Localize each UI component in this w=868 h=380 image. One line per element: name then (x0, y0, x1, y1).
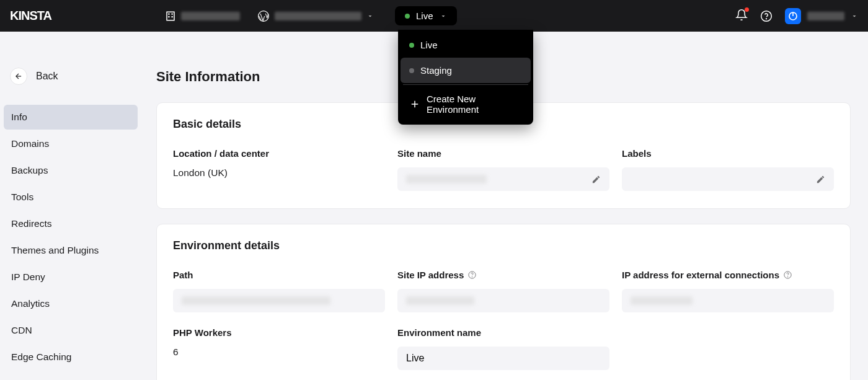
environment-selector[interactable]: Live (395, 6, 457, 25)
path-field: Path (173, 270, 385, 312)
arrow-left-icon (14, 72, 23, 81)
external-ip-value[interactable] (622, 289, 834, 312)
redacted-value (406, 175, 487, 183)
labels-field: Labels (622, 148, 834, 191)
status-dot-icon (405, 14, 410, 19)
redacted-value (631, 296, 693, 305)
external-ip-field: IP address for external connections (622, 270, 834, 312)
back-button[interactable] (10, 68, 27, 85)
company-switcher[interactable] (160, 8, 245, 24)
environment-name-value[interactable]: Live (397, 347, 609, 370)
redacted-value (182, 296, 330, 305)
card-title: Environment details (173, 239, 834, 252)
header: KINSTA Live Live Staging (0, 0, 868, 32)
sidebar-item-analytics[interactable]: Analytics (4, 291, 138, 316)
svg-point-15 (472, 276, 472, 277)
sidebar-item-label: Tools (11, 192, 33, 202)
sidebar-item-label: Themes and Plugins (11, 245, 99, 255)
back-label: Back (36, 71, 58, 82)
svg-point-17 (787, 276, 788, 277)
sidebar-item-tools[interactable]: Tools (4, 185, 138, 210)
sidebar-item-themes-plugins[interactable]: Themes and Plugins (4, 238, 138, 263)
sidebar-item-redirects[interactable]: Redirects (4, 211, 138, 236)
env-dropdown-create-label: Create New Environment (427, 94, 522, 115)
notification-dot (745, 7, 749, 12)
svg-point-10 (766, 18, 767, 19)
pencil-icon (591, 175, 601, 184)
avatar (785, 8, 801, 24)
svg-rect-4 (168, 16, 169, 17)
help-button[interactable] (760, 10, 773, 22)
chevron-down-icon (440, 12, 447, 20)
site-name-input[interactable] (397, 167, 609, 191)
logo: KINSTA (10, 9, 72, 23)
chevron-down-icon (366, 12, 374, 20)
field-label: Environment name (397, 327, 609, 338)
field-label: Site name (397, 148, 609, 159)
svg-rect-1 (167, 12, 174, 20)
location-field: Location / data center London (UK) (173, 148, 385, 191)
php-workers-value: 6 (173, 347, 385, 358)
help-icon[interactable] (783, 270, 792, 280)
svg-rect-2 (168, 13, 169, 14)
site-name-field: Site name (397, 148, 609, 191)
user-menu[interactable] (785, 8, 858, 24)
redacted-value (406, 296, 474, 305)
sidebar-item-label: Analytics (11, 298, 50, 309)
environment-label: Live (416, 11, 433, 21)
notifications-button[interactable] (735, 9, 748, 24)
sidebar: Back Info Domains Backups Tools Redirect… (0, 32, 141, 380)
sidebar-item-info[interactable]: Info (4, 105, 138, 130)
env-dropdown-item-label: Staging (420, 65, 452, 76)
environment-name-field: Environment name Live (397, 327, 609, 370)
site-ip-value[interactable] (397, 289, 609, 312)
chevron-down-icon (851, 12, 858, 20)
field-label: Location / data center (173, 148, 385, 159)
php-workers-field: PHP Workers 6 (173, 327, 385, 370)
sidebar-item-edge-caching[interactable]: Edge Caching (4, 345, 138, 369)
sidebar-item-cdn[interactable]: CDN (4, 318, 138, 343)
field-label: PHP Workers (173, 327, 385, 338)
help-icon[interactable] (467, 270, 477, 280)
plus-icon (409, 99, 420, 110)
path-value[interactable] (173, 289, 385, 312)
sidebar-item-label: IP Deny (11, 272, 45, 282)
svg-rect-3 (172, 13, 173, 14)
sidebar-item-ip-deny[interactable]: IP Deny (4, 265, 138, 289)
field-label: Site IP address (397, 270, 609, 280)
wordpress-icon (257, 10, 270, 22)
sidebar-item-label: Redirects (11, 218, 51, 229)
sidebar-item-label: Edge Caching (11, 351, 71, 362)
field-label: Labels (622, 148, 834, 159)
field-label: IP address for external connections (622, 270, 834, 280)
env-dropdown-item-staging[interactable]: Staging (401, 58, 531, 83)
building-icon (165, 11, 176, 22)
svg-point-9 (761, 11, 772, 21)
status-dot-icon (409, 68, 414, 73)
sidebar-item-label: Backups (11, 165, 48, 175)
labels-input[interactable] (622, 167, 834, 191)
environment-dropdown: Live Staging Create New Environment (398, 30, 533, 125)
env-dropdown-create[interactable]: Create New Environment (401, 86, 531, 122)
env-dropdown-item-live[interactable]: Live (401, 32, 531, 58)
status-dot-icon (409, 43, 414, 48)
sidebar-item-label: Info (11, 112, 27, 122)
sidebar-item-domains[interactable]: Domains (4, 131, 138, 156)
pencil-icon (816, 175, 825, 184)
environment-details-card: Environment details Path Site IP address (156, 224, 851, 380)
field-label: Path (173, 270, 385, 280)
divider (403, 84, 528, 85)
svg-rect-5 (172, 16, 173, 17)
sidebar-item-backups[interactable]: Backups (4, 158, 138, 183)
env-dropdown-item-label: Live (420, 40, 438, 50)
location-value: London (UK) (173, 167, 385, 179)
sidebar-item-label: Domains (11, 138, 49, 149)
sidebar-item-label: CDN (11, 325, 32, 335)
svg-text:KINSTA: KINSTA (10, 9, 52, 22)
site-ip-field: Site IP address (397, 270, 609, 312)
site-switcher[interactable] (252, 7, 379, 25)
